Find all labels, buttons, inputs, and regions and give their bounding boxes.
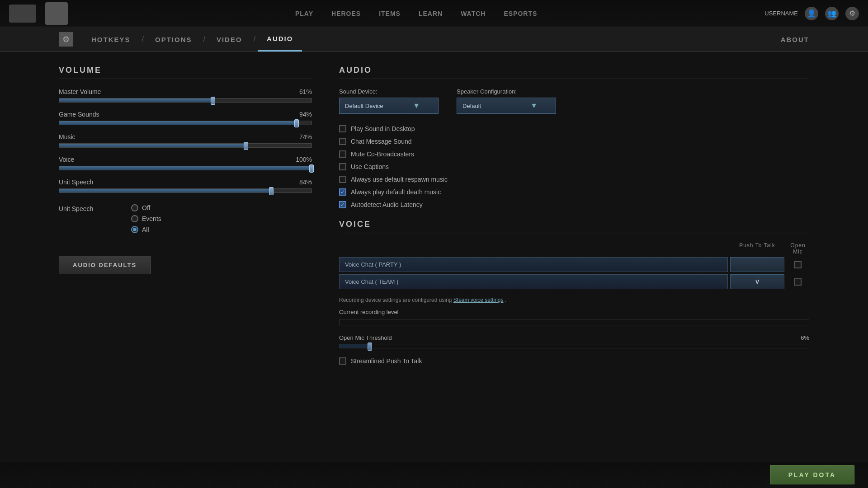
profile-icon[interactable]: 👤 [805, 7, 818, 20]
voice-table-container: Push To Talk Open Mic Voice Chat ( PARTY… [339, 242, 809, 289]
top-nav-esports[interactable]: ESPORTS [504, 10, 537, 17]
streamlined-checkbox[interactable] [339, 357, 346, 365]
sound-device-dropdown[interactable]: Default Device ▼ [339, 98, 439, 114]
voice-party-open-mic[interactable] [794, 261, 802, 268]
checkbox-respawn-music[interactable]: Always use default respawn music [339, 176, 809, 183]
top-nav-heroes[interactable]: HEROES [331, 10, 361, 17]
checkbox-play-sound[interactable]: Play Sound in Desktop [339, 125, 809, 132]
checkbox-mute-co-broadcast[interactable]: Mute Co-Broadcasters [339, 150, 809, 158]
steam-voice-settings-link[interactable]: Steam voice settings [453, 297, 504, 303]
top-bar: PLAY HEROES ITEMS LEARN WATCH ESPORTS US… [0, 0, 868, 27]
push-to-talk-header: Push To Talk [730, 242, 784, 255]
master-volume-thumb[interactable] [211, 97, 215, 105]
master-volume-value: 61% [299, 88, 312, 95]
play-dota-button[interactable]: PLAY DOTA [770, 465, 854, 484]
open-mic-header: Open Mic [787, 242, 809, 255]
separator-3: / [254, 35, 255, 43]
checkbox-autodetect-box [339, 201, 346, 208]
radio-all-circle [131, 226, 138, 233]
voice-track[interactable] [59, 166, 312, 170]
speaker-config-dropdown[interactable]: Default ▼ [457, 98, 556, 114]
tab-video[interactable]: VIDEO [208, 27, 251, 52]
audio-checkbox-list: Play Sound in Desktop Chat Message Sound… [339, 125, 809, 208]
threshold-label-row: Open Mic Threshold 6% [339, 334, 809, 341]
checkbox-autodetect[interactable]: Autodetect Audio Latency [339, 201, 809, 208]
checkbox-play-sound-label: Play Sound in Desktop [351, 125, 415, 132]
unit-speech-section: Unit Speech Off Events All [59, 204, 312, 233]
settings-icon[interactable]: ⚙ [845, 7, 859, 20]
unit-speech-slider-label: Unit Speech [59, 178, 93, 186]
top-nav-learn[interactable]: LEARN [419, 10, 443, 17]
tab-audio[interactable]: AUDIO [258, 27, 302, 52]
radio-events-label: Events [142, 215, 161, 222]
game-sounds-track[interactable] [59, 121, 312, 125]
tab-nav: ⚙ HOTKEYS / OPTIONS / VIDEO / AUDIO ABOU… [0, 27, 868, 52]
music-fill [59, 144, 246, 147]
voice-chat-party-label: Voice Chat ( PARTY ) [339, 257, 728, 272]
unit-speech-slider-row: Unit Speech 84% [59, 178, 312, 193]
voice-section-title: VOICE [339, 220, 809, 233]
audio-defaults-button[interactable]: AUDIO DEFAULTS [59, 256, 151, 274]
checkbox-mute-co-label: Mute Co-Broadcasters [351, 150, 414, 158]
game-sounds-thumb[interactable] [294, 119, 299, 127]
checkbox-captions-box [339, 163, 346, 170]
checkbox-autodetect-label: Autodetect Audio Latency [351, 201, 423, 208]
tab-hotkeys[interactable]: HOTKEYS [82, 27, 140, 52]
top-nav-items[interactable]: ITEMS [379, 10, 401, 17]
game-sounds-value: 94% [299, 111, 312, 118]
threshold-thumb[interactable] [368, 343, 372, 351]
voice-chat-team-label: Voice Chat ( TEAM ) [339, 274, 728, 289]
sound-device-value: Default Device [345, 103, 383, 109]
top-nav-watch[interactable]: WATCH [461, 10, 486, 17]
checkbox-death-music[interactable]: Always play default death music [339, 188, 809, 196]
radio-all-label: All [142, 226, 149, 233]
bottom-bar: PLAY DOTA [0, 461, 868, 488]
voice-party-push-to-talk[interactable] [730, 257, 784, 272]
speaker-config-label: Speaker Configuration: [457, 88, 556, 95]
friends-icon[interactable]: 👥 [825, 7, 839, 20]
voice-value: 100% [296, 156, 312, 163]
radio-off[interactable]: Off [131, 204, 161, 211]
voice-row: Voice 100% [59, 156, 312, 170]
tab-options[interactable]: OPTIONS [146, 27, 201, 52]
speaker-config-group: Speaker Configuration: Default ▼ [457, 88, 556, 114]
recording-level-bar [339, 319, 809, 325]
logo [9, 5, 36, 23]
music-value: 74% [299, 133, 312, 141]
checkbox-death-box [339, 188, 346, 196]
radio-events[interactable]: Events [131, 215, 161, 222]
recording-info-text: Recording device settings are configured… [339, 297, 452, 303]
checkbox-chat-message[interactable]: Chat Message Sound [339, 138, 809, 145]
speaker-dropdown-arrow-icon: ▼ [530, 102, 538, 110]
top-nav-play[interactable]: PLAY [295, 10, 313, 17]
unit-speech-thumb[interactable] [269, 187, 274, 195]
voice-team-push-to-talk[interactable]: V [730, 274, 784, 289]
voice-team-row: Voice Chat ( TEAM ) V [339, 274, 809, 289]
avatar [45, 2, 68, 25]
checkbox-use-captions[interactable]: Use Captions [339, 163, 809, 170]
sound-device-label: Sound Device: [339, 88, 439, 95]
unit-speech-track[interactable] [59, 188, 312, 193]
radio-events-circle [131, 215, 138, 222]
checkbox-death-label: Always play default death music [351, 188, 441, 196]
master-volume-row: Master Volume 61% [59, 88, 312, 103]
username: USERNAME [764, 10, 798, 17]
threshold-value: 6% [801, 334, 809, 341]
voice-thumb[interactable] [309, 164, 314, 173]
music-track[interactable] [59, 143, 312, 148]
master-volume-label: Master Volume [59, 88, 101, 95]
voice-section: VOICE Push To Talk Open Mic Voice Chat (… [339, 220, 809, 365]
checkbox-respawn-label: Always use default respawn music [351, 176, 448, 183]
music-thumb[interactable] [244, 142, 248, 150]
recording-period: . [505, 297, 506, 303]
sound-device-group: Sound Device: Default Device ▼ [339, 88, 439, 114]
master-volume-track[interactable] [59, 98, 312, 103]
audio-section-title: AUDIO [339, 66, 809, 79]
radio-all[interactable]: All [131, 226, 161, 233]
voice-team-open-mic[interactable] [794, 278, 802, 286]
unit-speech-radio-label: Unit Speech [59, 204, 113, 212]
radio-off-label: Off [142, 204, 150, 211]
voice-header: Push To Talk Open Mic [339, 242, 809, 255]
tab-about[interactable]: ABOUT [781, 36, 809, 43]
threshold-track[interactable] [339, 344, 809, 348]
